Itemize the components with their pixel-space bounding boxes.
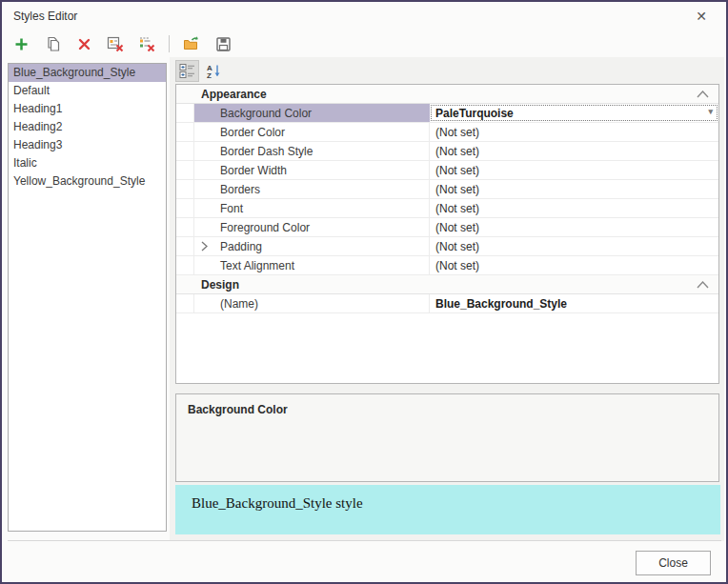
- property-grid-toolbar: AZ: [175, 60, 226, 83]
- property-value[interactable]: (Not set): [430, 218, 718, 236]
- row-gutter: [176, 294, 194, 312]
- title-bar: Styles Editor ✕: [2, 2, 726, 30]
- clear-all-styles-button[interactable]: [135, 32, 158, 55]
- collapse-chevron-icon: [697, 91, 709, 98]
- property-label[interactable]: Borders: [194, 180, 430, 198]
- save-stylesheet-button[interactable]: [212, 32, 234, 55]
- svg-text:Z: Z: [207, 71, 212, 80]
- footer-separator: [8, 540, 721, 541]
- property-label[interactable]: Border Color: [194, 123, 430, 141]
- row-gutter: [176, 256, 194, 274]
- style-list-item[interactable]: Italic: [9, 154, 166, 172]
- add-style-button[interactable]: [10, 32, 32, 55]
- property-value[interactable]: (Not set): [430, 123, 718, 141]
- row-gutter: [176, 237, 194, 255]
- style-list-item[interactable]: Default: [9, 82, 166, 100]
- styles-editor-dialog: Styles Editor ✕ Blue_Background_StyleDef…: [0, 0, 728, 584]
- property-label[interactable]: Text Alignment: [194, 256, 430, 274]
- style-list-item[interactable]: Blue_Background_Style: [9, 64, 166, 82]
- property-label[interactable]: Border Width: [194, 161, 430, 179]
- property-row[interactable]: Background ColorPaleTurquoise▾: [176, 104, 718, 123]
- style-list-item[interactable]: Yellow_Background_Style: [9, 172, 166, 191]
- clear-all-styles-icon: [138, 35, 155, 52]
- category-label: Appearance: [201, 88, 267, 101]
- property-value[interactable]: (Not set): [430, 199, 718, 217]
- description-title: Background Color: [176, 394, 718, 416]
- open-folder-icon: [183, 35, 200, 52]
- property-value[interactable]: (Not set): [430, 142, 718, 160]
- property-label[interactable]: Font: [194, 199, 430, 217]
- property-row[interactable]: Font(Not set): [176, 199, 718, 218]
- style-preview: Blue_Background_Style style: [175, 485, 720, 534]
- row-gutter: [176, 199, 194, 217]
- property-value[interactable]: (Not set): [430, 161, 718, 179]
- category-header[interactable]: Appearance: [176, 85, 718, 104]
- clear-style-icon: [107, 35, 124, 52]
- property-row[interactable]: Text Alignment(Not set): [176, 256, 718, 275]
- property-value[interactable]: (Not set): [430, 256, 718, 274]
- style-list-item[interactable]: Heading1: [9, 100, 166, 118]
- description-panel: Background Color: [175, 393, 719, 482]
- row-gutter: [176, 104, 194, 122]
- row-gutter: [176, 218, 194, 236]
- window-title: Styles Editor: [13, 10, 77, 23]
- styles-toolbar: [10, 30, 234, 57]
- dropdown-arrow-icon[interactable]: ▾: [708, 107, 713, 116]
- property-label[interactable]: (Name): [194, 294, 430, 312]
- duplicate-style-button[interactable]: [41, 32, 64, 55]
- row-gutter: [176, 161, 194, 179]
- property-label[interactable]: Border Dash Style: [194, 142, 430, 160]
- property-row[interactable]: (Name)Blue_Background_Style: [176, 294, 718, 313]
- toolbar-separator: [169, 35, 170, 52]
- property-row[interactable]: Border Color(Not set): [176, 123, 718, 142]
- property-row[interactable]: Foreground Color(Not set): [176, 218, 718, 237]
- clear-style-button[interactable]: [104, 32, 127, 55]
- categorized-icon: [179, 63, 195, 79]
- window-close-icon[interactable]: ✕: [692, 7, 711, 26]
- collapse-chevron-icon: [697, 281, 709, 289]
- style-list: Blue_Background_StyleDefaultHeading1Head…: [8, 63, 167, 532]
- property-value[interactable]: (Not set): [430, 237, 718, 255]
- property-grid: AppearanceBackground ColorPaleTurquoise▾…: [175, 84, 719, 384]
- property-row[interactable]: Border Dash Style(Not set): [176, 142, 718, 161]
- row-gutter: [176, 142, 194, 160]
- alphabetical-sort-icon: AZ: [206, 63, 222, 79]
- property-label[interactable]: Background Color: [194, 104, 430, 122]
- plus-icon: [13, 36, 30, 52]
- row-gutter: [176, 123, 194, 141]
- expand-chevron-icon[interactable]: [201, 241, 208, 252]
- delete-x-icon: [77, 37, 91, 51]
- category-label: Design: [201, 278, 239, 292]
- style-preview-text: Blue_Background_Style style: [175, 485, 363, 512]
- property-value[interactable]: PaleTurquoise▾: [430, 104, 718, 122]
- property-label[interactable]: Foreground Color: [194, 218, 430, 236]
- style-list-item[interactable]: Heading3: [9, 136, 166, 154]
- property-row[interactable]: Borders(Not set): [176, 180, 718, 199]
- row-gutter: [176, 180, 194, 198]
- property-label[interactable]: Padding: [194, 237, 430, 255]
- property-value[interactable]: Blue_Background_Style: [430, 294, 718, 312]
- alphabetical-view-button[interactable]: AZ: [202, 60, 226, 82]
- delete-style-button[interactable]: [72, 32, 95, 55]
- save-icon: [215, 36, 232, 52]
- property-grid-rows: AppearanceBackground ColorPaleTurquoise▾…: [176, 85, 718, 313]
- category-header[interactable]: Design: [176, 275, 718, 294]
- property-row[interactable]: Padding(Not set): [176, 237, 718, 256]
- open-stylesheet-button[interactable]: [180, 32, 203, 55]
- categorized-view-button[interactable]: [175, 60, 199, 82]
- close-button[interactable]: Close: [636, 551, 711, 575]
- property-row[interactable]: Border Width(Not set): [176, 161, 718, 180]
- style-list-item[interactable]: Heading2: [9, 118, 166, 136]
- copy-icon: [45, 36, 61, 52]
- property-value[interactable]: (Not set): [430, 180, 718, 198]
